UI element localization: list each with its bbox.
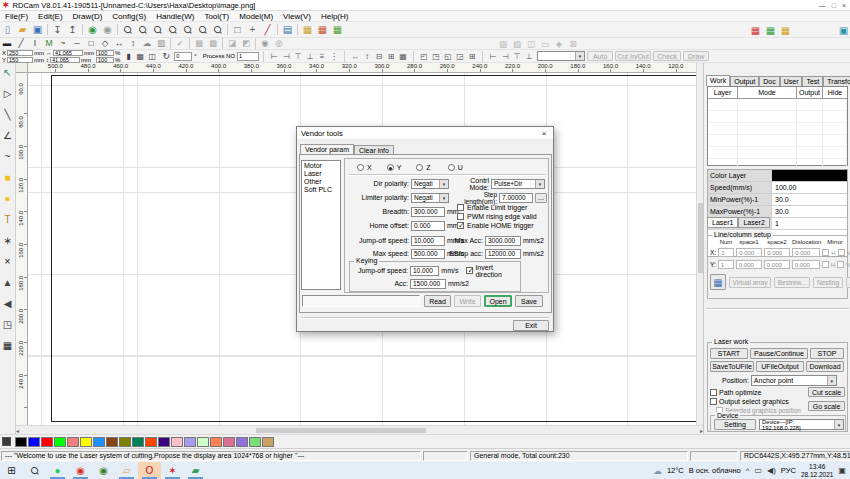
param-category-2[interactable]: Other: [304, 178, 340, 185]
menu-item-6[interactable]: Model(M): [234, 12, 278, 21]
pick-point-icon[interactable]: +: [245, 23, 260, 36]
app-green-icon[interactable]: ◉: [92, 462, 115, 479]
y-mirror-h-checkbox[interactable]: [822, 261, 829, 268]
save-file-icon[interactable]: ▣: [30, 23, 45, 36]
output-green-icon[interactable]: ▦: [763, 24, 778, 37]
axis-y-radio[interactable]: [387, 164, 394, 171]
color-swatch-0[interactable]: [15, 437, 27, 447]
color-swatch-4[interactable]: [67, 437, 79, 447]
auto-button[interactable]: Auto: [587, 51, 613, 61]
dock-panel-icon[interactable]: ▣: [836, 24, 850, 37]
polyline-tool-icon[interactable]: ∠: [1, 129, 14, 141]
distribute-h-icon[interactable]: ↔: [349, 51, 361, 62]
align-center-h-icon[interactable]: ≡: [316, 51, 328, 62]
mirror-vertical-icon[interactable]: ▲: [1, 276, 14, 288]
bitmap-icon[interactable]: ▥: [154, 38, 168, 48]
color-swatch-18[interactable]: [249, 437, 261, 447]
stop-button[interactable]: STOP: [810, 348, 844, 359]
rotate-icon[interactable]: ↻: [160, 50, 172, 63]
export-icon[interactable]: ↥: [65, 23, 80, 36]
max-speed-input[interactable]: 500.000: [411, 249, 445, 259]
axis-u-radio[interactable]: [448, 164, 455, 171]
cut-property-select[interactable]: ▾: [537, 51, 585, 61]
enable-limit-trigger-checkbox[interactable]: [457, 204, 464, 211]
check-button[interactable]: Check: [653, 51, 681, 61]
lock-ratio-icon[interactable]: ▮: [122, 51, 134, 62]
point-tool-icon[interactable]: ∗: [1, 234, 14, 246]
color-layer-row[interactable]: Color Layer: [708, 170, 847, 182]
dropdown-arrow-icon[interactable]: ▾: [439, 180, 448, 188]
download-button[interactable]: Download: [806, 361, 844, 372]
speed-row[interactable]: Speed(mm/s) 100.00: [708, 182, 847, 194]
param-category-0[interactable]: Motor: [304, 162, 340, 169]
menu-item-2[interactable]: Draw(D): [68, 12, 108, 21]
color-swatch-2[interactable]: [41, 437, 53, 447]
new-file-icon[interactable]: ▯: [0, 23, 15, 36]
open-file-icon[interactable]: ▰: [15, 23, 30, 36]
array-output-icon[interactable]: ▦: [300, 23, 315, 36]
scale-x-input[interactable]: 100: [96, 50, 114, 56]
device-setting-button[interactable]: Setting: [714, 419, 756, 430]
virtual-array-button[interactable]: Virtual array: [729, 277, 771, 288]
horizontal-scroll-thumb[interactable]: [256, 428, 426, 433]
nesting-button[interactable]: Nesting: [813, 277, 843, 288]
array-output2-icon[interactable]: ▦: [315, 23, 330, 36]
same-height-icon[interactable]: ⊞: [385, 51, 397, 62]
menu-item-1[interactable]: Edit(E): [33, 12, 67, 21]
gray-tool-2-icon[interactable]: ▧: [510, 39, 524, 49]
menu-item-3[interactable]: Config(S): [107, 12, 151, 21]
same-width-icon[interactable]: ⊟: [373, 51, 385, 62]
enable-home-trigger-checkbox[interactable]: [457, 222, 464, 229]
color-swatch-17[interactable]: [236, 437, 248, 447]
anchor-top-right-icon[interactable]: ◳: [430, 51, 442, 62]
y-space2-input[interactable]: 0.000: [764, 260, 790, 269]
x-num-input[interactable]: 1: [718, 248, 734, 257]
color-swatch-12[interactable]: [171, 437, 183, 447]
cap-right-icon[interactable]: ⊣: [499, 51, 511, 62]
scroll-left-icon[interactable]: ◂: [16, 427, 19, 434]
clock[interactable]: 13:4628.12.2021: [801, 463, 834, 478]
ellipse-tool-icon[interactable]: ●: [1, 192, 14, 204]
x-space2-input[interactable]: 0.000: [764, 248, 790, 257]
size-apply2-icon[interactable]: ◫: [146, 51, 158, 62]
group-icon[interactable]: ▩: [192, 38, 206, 48]
color-swatch-10[interactable]: [145, 437, 157, 447]
panel-tab-4[interactable]: Test: [802, 76, 823, 86]
home-offset-input[interactable]: 0.000: [411, 221, 445, 231]
output-select-graphics-checkbox[interactable]: [710, 398, 717, 405]
offset-tool-icon[interactable]: ◳: [1, 318, 14, 330]
size-apply-icon[interactable]: ▦: [134, 51, 146, 62]
save-to-ufile-button[interactable]: SaveToUFile: [710, 361, 754, 372]
whatsapp-icon[interactable]: ●: [46, 462, 69, 479]
cloud-mark-icon[interactable]: ☁: [140, 38, 154, 48]
array-output3-icon[interactable]: ▦: [330, 23, 345, 36]
y-num-input[interactable]: 1: [718, 260, 734, 269]
hide-direction-icon[interactable]: ◎: [272, 38, 286, 48]
draw-check-icon[interactable]: ╱: [260, 23, 275, 36]
minimize-button[interactable]: —: [819, 2, 826, 9]
curve-check-icon[interactable]: ✓: [173, 38, 187, 48]
open-button[interactable]: Open: [484, 295, 512, 307]
save-button[interactable]: Save: [515, 295, 543, 307]
vertical-scrollbar[interactable]: [696, 63, 703, 425]
fill-style-icon[interactable]: ▬: [0, 38, 14, 48]
maximize-button[interactable]: □: [832, 2, 836, 9]
read-button[interactable]: Read: [424, 295, 451, 307]
cap-left-icon[interactable]: ⊢: [487, 51, 499, 62]
min-power-row[interactable]: MinPower(%)-1 30.0: [708, 194, 847, 206]
y-dislocation-input[interactable]: 0.000: [792, 260, 820, 269]
color-swatch-7[interactable]: [106, 437, 118, 447]
hatch-b-icon[interactable]: ◩: [239, 38, 253, 48]
dropdown-arrow-icon[interactable]: ▾: [834, 420, 843, 429]
menu-item-0[interactable]: File(F): [0, 12, 33, 21]
process-no-input[interactable]: 1: [237, 52, 259, 61]
same-size-icon[interactable]: ▦: [397, 51, 409, 62]
position-x-input[interactable]: 250: [7, 50, 33, 56]
ungroup-icon[interactable]: ▩: [206, 38, 220, 48]
hidden-icons-chevron[interactable]: ^: [746, 466, 750, 475]
weld-h-icon[interactable]: ↔: [112, 38, 126, 48]
cut-scale-button[interactable]: Cut scale: [808, 387, 845, 397]
anchor-bottom-left-icon[interactable]: ◱: [442, 51, 454, 62]
color-swatch-16[interactable]: [223, 437, 235, 447]
material-library-icon[interactable]: M: [42, 38, 56, 48]
